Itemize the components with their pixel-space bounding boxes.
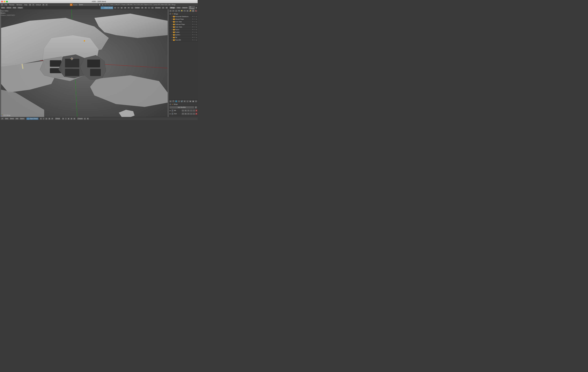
rp-lamp-icon[interactable]: 💡: [180, 10, 183, 12]
prop-constraint-icon[interactable]: 🔗: [180, 100, 183, 103]
rp-list-icon[interactable]: ≡: [169, 10, 172, 12]
mirror-check[interactable]: ✓: [171, 109, 173, 112]
maximize-button[interactable]: [6, 1, 8, 2]
prop-texture-icon[interactable]: ▦: [192, 100, 195, 103]
scene-close[interactable]: ✕: [101, 4, 104, 6]
scene-list[interactable]: ▼ Horizontal Stabilizers 👁 ↗ ◎ ▼ Inboard…: [169, 15, 198, 100]
restrict-render-icon[interactable]: ◎: [196, 19, 197, 20]
prop-material-icon[interactable]: ◉: [189, 100, 192, 103]
viewport-extra-2[interactable]: ⊞: [165, 7, 168, 9]
vp-object-btn[interactable]: Object: [17, 7, 23, 9]
prop-data-icon[interactable]: △: [186, 100, 189, 103]
layout-expand[interactable]: ⊞: [42, 3, 45, 6]
sub-cam-icon[interactable]: ◎: [182, 113, 184, 115]
search-tab[interactable]: Search: [181, 7, 188, 9]
restrict-select-icon[interactable]: ↗: [194, 32, 195, 33]
bt-view[interactable]: View: [4, 117, 9, 120]
restrict-select-icon[interactable]: ↗: [194, 29, 195, 30]
bt-closest[interactable]: Closest: [77, 117, 83, 120]
restrict-render-icon[interactable]: ◎: [196, 32, 197, 33]
viewport-snap-icon[interactable]: ⊕: [144, 7, 147, 9]
scene-item-outboard-flaps[interactable]: ▼ Outboard Flaps 👁 ↗ ◎: [169, 23, 198, 26]
mode-icon-btn[interactable]: Object Mode: [101, 6, 113, 9]
menu-help[interactable]: Help: [23, 4, 28, 6]
scene-expand[interactable]: ⊞: [99, 4, 101, 6]
viewport-grid-icon[interactable]: ⊞: [141, 7, 144, 9]
bt-object[interactable]: Object: [19, 117, 25, 120]
view-tab[interactable]: View: [176, 7, 181, 9]
add-modifier-button[interactable]: Add Modifier: [169, 106, 194, 109]
scene-item-pylons[interactable]: ▼ Pylons 👁 ↗ ◎: [169, 28, 198, 31]
prop-scene-icon[interactable]: 🎬: [172, 100, 175, 103]
rp-material-icon[interactable]: ✦: [192, 10, 195, 12]
wings-visibility-check[interactable]: ✓: [169, 13, 171, 15]
mirror-render-icon[interactable]: ◈: [184, 109, 187, 112]
scene-item-horizontal-stabilizers[interactable]: ▼ Horizontal Stabilizers 👁 ↗ ◎: [169, 15, 198, 18]
layout-icon-1[interactable]: ⊞: [29, 3, 32, 6]
restrict-select-icon[interactable]: ↗: [194, 26, 195, 28]
bt-global[interactable]: Global: [55, 117, 61, 120]
scene-item-outer-slats[interactable]: ▼ Outer Slats 👁 ↗ ◎: [169, 26, 198, 28]
bt-view-icon[interactable]: ⊞: [0, 117, 4, 120]
menu-render[interactable]: Render: [8, 4, 15, 6]
mirror-down-icon[interactable]: ↓: [193, 109, 195, 112]
close-button[interactable]: [1, 1, 3, 2]
sub-down-icon[interactable]: ↓: [193, 113, 195, 115]
scene-item-rudder[interactable]: ▼ Rudder 👁 ↗ ◎: [169, 31, 198, 33]
restrict-view-icon[interactable]: 👁: [192, 16, 194, 17]
layout-close[interactable]: ✕: [45, 3, 48, 6]
rp-mesh-icon[interactable]: ◇: [175, 10, 178, 12]
sub-edit-icon[interactable]: ✎: [187, 113, 190, 115]
scene-item-tail[interactable]: ▼ Tail 👁 ↗ ◎: [169, 36, 198, 39]
sub-check[interactable]: ✓: [171, 112, 173, 115]
restrict-view-icon[interactable]: 👁: [192, 29, 194, 30]
restrict-select-icon[interactable]: ↗: [194, 16, 195, 17]
rp-curve-icon[interactable]: 〜: [183, 10, 186, 12]
restrict-select-icon[interactable]: ↗: [194, 34, 195, 36]
prop-modifier-icon[interactable]: ⚙: [183, 100, 186, 103]
restrict-view-icon[interactable]: 👁: [192, 37, 194, 38]
bt-orient[interactable]: ⊞: [73, 117, 76, 120]
wings-tab[interactable]: Wings: [169, 7, 176, 9]
viewport-icon-6[interactable]: ◎: [131, 7, 134, 9]
blender-icon[interactable]: ●: [0, 3, 3, 6]
layout-icon-2[interactable]: ✦: [32, 3, 35, 6]
restrict-select-icon[interactable]: ↗: [194, 39, 195, 41]
mirror-cam-icon[interactable]: ◎: [182, 109, 184, 112]
minimize-button[interactable]: [4, 1, 5, 2]
vp-select-btn[interactable]: Select: [6, 7, 12, 9]
all-scenes-tab[interactable]: All Scenes: [188, 6, 195, 10]
restrict-render-icon[interactable]: ◎: [196, 26, 197, 28]
viewport[interactable]: View Select Add Object Object Mode ● ○ ◈…: [0, 6, 169, 117]
rp-filter-icon[interactable]: ▽: [172, 10, 175, 12]
bt-record[interactable]: ◎: [84, 117, 86, 120]
scene-item-spoilers[interactable]: ▼ Spoilers 👁 ↗ ◎: [169, 33, 198, 36]
restrict-render-icon[interactable]: ◎: [196, 39, 197, 41]
sub-render-icon[interactable]: ◈: [184, 113, 187, 115]
panel-settings-icon[interactable]: ⚙: [195, 7, 197, 9]
bt-viewport-shading[interactable]: ●: [40, 117, 42, 120]
rp-cam-icon[interactable]: 📷: [178, 10, 180, 12]
rp-restrict-icon[interactable]: 🚫: [195, 10, 197, 12]
restrict-view-icon[interactable]: 👁: [192, 32, 194, 33]
bt-add[interactable]: Add: [15, 117, 19, 120]
bt-grid[interactable]: ⊞: [48, 117, 51, 120]
closest-btn[interactable]: Closest: [155, 7, 161, 9]
restrict-render-icon[interactable]: ◎: [196, 21, 197, 22]
scene-selector[interactable]: [78, 4, 98, 6]
restrict-view-icon[interactable]: 👁: [192, 34, 194, 36]
sub-close-icon[interactable]: ✕: [195, 113, 197, 115]
bt-pivot[interactable]: ◈: [67, 117, 70, 120]
prop-render-icon[interactable]: ◎: [169, 100, 172, 103]
restrict-select-icon[interactable]: ↗: [194, 19, 195, 20]
bt-proportional[interactable]: ○: [65, 117, 67, 120]
viewport-icon-5[interactable]: ✦: [127, 7, 130, 9]
viewport-icon-2[interactable]: ○: [117, 7, 120, 9]
rp-group-icon[interactable]: ⊞: [186, 10, 189, 12]
bt-manip[interactable]: ✦: [51, 117, 53, 120]
bt-viewport-solid[interactable]: ○: [42, 117, 45, 120]
bt-viewport-wire[interactable]: ◎: [45, 117, 48, 120]
bt-select[interactable]: Select: [9, 117, 15, 120]
restrict-view-icon[interactable]: 👁: [192, 21, 194, 22]
add-modifier-dropdown[interactable]: ▼: [195, 106, 197, 109]
